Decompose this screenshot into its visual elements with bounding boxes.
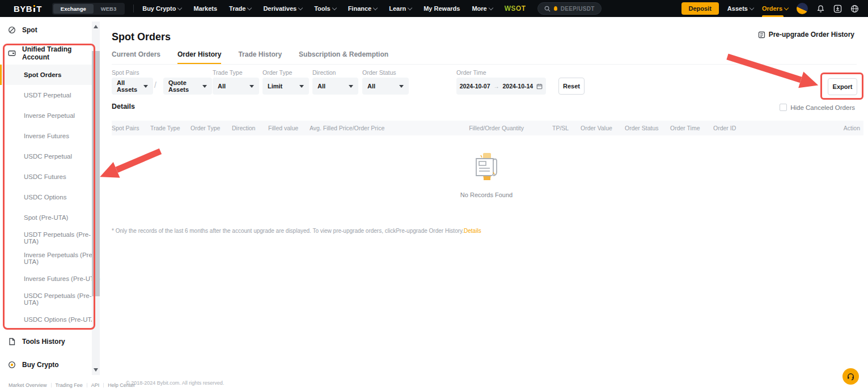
- details-link[interactable]: Details: [464, 228, 481, 234]
- notifications-bell-icon[interactable]: [816, 5, 825, 13]
- orders-menu[interactable]: Orders: [762, 5, 788, 12]
- no-records-text: No Records Found: [460, 191, 513, 198]
- spot-pairs-label: Spot Pairs: [112, 69, 139, 76]
- footer-api[interactable]: API: [87, 382, 104, 388]
- footer-market-overview[interactable]: Market Overview: [5, 382, 51, 388]
- sidebar-item-usdc-options[interactable]: USDC Options: [0, 187, 105, 207]
- tab-current-orders[interactable]: Current Orders: [112, 50, 160, 64]
- sidebar-item-usdc-options-pre-uta[interactable]: USDC Options (Pre-UTA): [0, 309, 105, 330]
- caret-down-icon: [143, 85, 148, 88]
- exchange-web3-toggle: Exchange WEB3: [52, 3, 125, 15]
- menu-learn[interactable]: Learn: [389, 5, 412, 12]
- sidebar-item-usdc-futures[interactable]: USDC Futures: [0, 167, 105, 187]
- trade-type-label: Trade Type: [213, 69, 243, 76]
- tab-trade-history[interactable]: Trade History: [238, 50, 282, 64]
- chevron-down-icon: [177, 5, 182, 10]
- footer-trading-fee[interactable]: Trading Fee: [52, 382, 87, 388]
- sidebar-item-inverse-perpetual[interactable]: Inverse Perpetual: [0, 105, 105, 126]
- sidebar-item-usdt-perpetuals-pre-uta[interactable]: USDT Perpetuals (Pre-UTA): [0, 228, 105, 248]
- main-menu: Buy Crypto Markets Trade Derivatives Too…: [142, 5, 492, 12]
- sidebar-item-spot-orders[interactable]: Spot Orders: [0, 65, 92, 85]
- col-trade-type: Trade Type: [150, 125, 190, 131]
- order-status-select[interactable]: All: [362, 78, 409, 95]
- sidebar-item-usdc-perpetuals-pre-uta[interactable]: USDC Perpetuals (Pre-UTA): [0, 289, 105, 309]
- menu-markets[interactable]: Markets: [193, 5, 217, 12]
- chevron-down-icon: [332, 5, 336, 10]
- hot-flame-icon: [554, 6, 557, 11]
- hide-canceled-checkbox[interactable]: [780, 104, 787, 111]
- menu-my-rewards[interactable]: My Rewards: [424, 5, 460, 12]
- deposit-button[interactable]: Deposit: [681, 2, 719, 15]
- footer-help-center[interactable]: Help Center: [104, 382, 139, 388]
- base-asset-select[interactable]: All Assets: [112, 78, 153, 95]
- user-avatar[interactable]: [797, 3, 808, 14]
- sidebar-item-inverse-futures[interactable]: Inverse Futures: [0, 126, 105, 146]
- order-type-select[interactable]: Limit: [262, 78, 309, 95]
- sidebar-item-usdt-perpetual[interactable]: USDT Perpetual: [0, 85, 105, 105]
- sidebar-item-inverse-perpetuals-pre-uta[interactable]: Inverse Perpetuals (Pre-UTA): [0, 248, 105, 269]
- sidebar-section-spot[interactable]: Spot: [0, 18, 105, 41]
- export-button[interactable]: Export: [828, 78, 857, 95]
- reset-button[interactable]: Reset: [558, 78, 585, 95]
- document-icon: [8, 338, 16, 346]
- chevron-down-icon: [488, 5, 493, 10]
- order-type-label: Order Type: [262, 69, 292, 76]
- page-title: Spot Orders: [112, 31, 171, 43]
- sidebar-section-buy-crypto[interactable]: Buy Crypto: [0, 353, 105, 376]
- pre-upgrade-order-history-link[interactable]: Pre-upgrade Order History: [758, 31, 854, 39]
- caret-down-icon: [202, 85, 207, 88]
- search-input[interactable]: DEEP/USDT: [537, 2, 602, 15]
- sidebar-section-tools-history[interactable]: Tools History: [0, 330, 105, 353]
- bybit-logo[interactable]: BYBT: [14, 4, 42, 14]
- menu-derivatives[interactable]: Derivatives: [263, 5, 302, 12]
- menu-more[interactable]: More: [472, 5, 492, 12]
- sidebar-section-unified-trading-account[interactable]: Unified Trading Account: [0, 41, 105, 65]
- quote-asset-select[interactable]: Quote Assets: [163, 78, 212, 95]
- chevron-down-icon: [784, 5, 789, 10]
- tab-order-history[interactable]: Order History: [177, 50, 221, 64]
- order-status-label: Order Status: [362, 69, 396, 76]
- calendar-icon: [536, 83, 543, 90]
- language-globe-icon[interactable]: [850, 5, 859, 13]
- assets-menu[interactable]: Assets: [727, 5, 753, 12]
- hide-canceled-orders-control[interactable]: Hide Canceled Orders: [780, 104, 855, 111]
- caret-down-icon: [299, 85, 304, 88]
- trade-type-select[interactable]: All: [213, 78, 259, 95]
- logo-i-glyph: [33, 5, 36, 12]
- top-navbar: BYBT Exchange WEB3 Buy Crypto Markets Tr…: [0, 0, 868, 17]
- menu-finance[interactable]: Finance: [348, 5, 378, 12]
- caret-down-icon: [399, 85, 404, 88]
- date-range-picker[interactable]: 2024-10-07 → 2024-10-14: [456, 78, 546, 95]
- col-action: Action: [753, 125, 863, 131]
- tab-subscription-redemption[interactable]: Subscription & Redemption: [299, 50, 388, 64]
- col-order-type: Order Type: [190, 125, 232, 131]
- scroll-down-arrow[interactable]: [94, 368, 98, 372]
- customer-support-button[interactable]: [842, 368, 859, 385]
- caret-down-icon: [349, 85, 353, 88]
- direction-label: Direction: [312, 69, 336, 76]
- main-content: Spot Orders Pre-upgrade Order History Cu…: [105, 17, 868, 392]
- sidebar-item-inverse-futures-pre-uta[interactable]: Inverse Futures (Pre-UTA): [0, 269, 105, 289]
- chevron-down-icon: [373, 5, 378, 10]
- menu-trade[interactable]: Trade: [229, 5, 251, 12]
- menu-buy-crypto[interactable]: Buy Crypto: [142, 5, 181, 12]
- search-placeholder: DEEP/USDT: [561, 6, 595, 12]
- scroll-up-arrow[interactable]: [94, 25, 98, 28]
- footer-links: Market Overview Trading Fee API Help Cen…: [5, 382, 139, 388]
- wsot-link[interactable]: WSOT: [505, 5, 526, 12]
- date-range-arrow: →: [494, 83, 499, 90]
- footnote: * Only the records of the last 6 months …: [112, 228, 481, 234]
- left-sidebar: Spot Unified Trading Account Spot Orders…: [0, 17, 105, 392]
- menu-tools[interactable]: Tools: [314, 5, 336, 12]
- sidebar-item-spot-pre-uta[interactable]: Spot (Pre-UTA): [0, 207, 105, 228]
- direction-select[interactable]: All: [312, 78, 358, 95]
- sidebar-item-usdc-perpetual[interactable]: USDC Perpetual: [0, 146, 105, 167]
- download-app-icon[interactable]: [833, 5, 842, 13]
- toggle-web3[interactable]: WEB3: [94, 4, 124, 14]
- toggle-exchange[interactable]: Exchange: [53, 4, 94, 14]
- copyright-text: © 2018-2024 Bybit.com. All rights reserv…: [126, 380, 224, 386]
- nav-divider: [133, 5, 134, 12]
- chevron-down-icon: [298, 5, 303, 10]
- col-filled-order-quantity: Filled/Order Quantity: [461, 125, 552, 131]
- sidebar-scrollbar-thumb[interactable]: [92, 51, 100, 296]
